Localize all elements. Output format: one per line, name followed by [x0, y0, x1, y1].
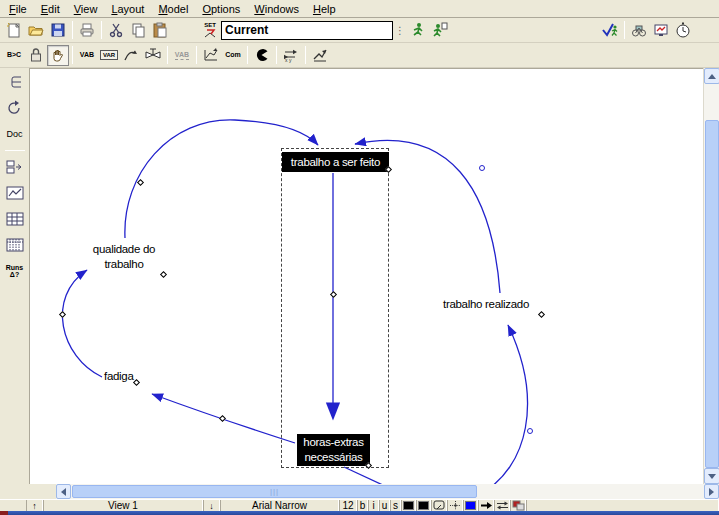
box-variable-icon: VAR	[100, 50, 118, 60]
model-settings-button[interactable]	[628, 20, 650, 41]
italic-button[interactable]: i	[368, 500, 379, 511]
move-size-tool[interactable]	[47, 45, 69, 66]
gears-icon	[631, 22, 647, 38]
node-work-done[interactable]: trabalho realizado	[443, 297, 529, 312]
node-overtime[interactable]: horas-extras necessárias	[297, 434, 370, 466]
font-name-button[interactable]: Arial Narrow	[220, 500, 339, 511]
node-work-to-do[interactable]: trabalho a ser feito	[282, 152, 389, 172]
node-overtime-label-line2: necessárias	[304, 450, 362, 465]
runs-compare-tool[interactable]: Runs Δ?	[3, 261, 27, 281]
menu-windows[interactable]: Windows	[247, 1, 306, 17]
delete-tool[interactable]	[251, 45, 273, 66]
sketch-canvas[interactable]: trabalho a ser feito horas-extras necess…	[30, 68, 703, 484]
toolbar-separator	[276, 46, 277, 64]
causes-strip-tool[interactable]	[3, 157, 27, 177]
edge-fatigue-to-quality[interactable]	[62, 270, 102, 377]
document-tool[interactable]: Doc	[3, 124, 27, 144]
runs-sub-label: Δ?	[10, 271, 19, 278]
text-color-swatch[interactable]	[401, 500, 416, 511]
menu-layout[interactable]: Layout	[104, 1, 151, 17]
check-model-button[interactable]	[599, 20, 621, 41]
run-setup-button[interactable]	[429, 20, 451, 41]
vscroll-thumb[interactable]	[705, 120, 719, 468]
comment-icon: Com	[225, 51, 241, 59]
vscroll-track[interactable]	[704, 84, 719, 120]
copy-button[interactable]	[127, 20, 149, 41]
menu-edit[interactable]: Edit	[34, 1, 67, 17]
font-size-button[interactable]: 12	[339, 500, 357, 511]
shape-button[interactable]	[431, 500, 447, 511]
bold-button[interactable]: b	[357, 500, 368, 511]
menu-view[interactable]: View	[67, 1, 105, 17]
running-man-icon	[410, 22, 426, 38]
menu-options[interactable]: Options	[195, 1, 247, 17]
hscroll-thumb[interactable]: |||	[72, 485, 477, 498]
arrow-color-swatch[interactable]	[463, 500, 478, 511]
edge-overtime-to-work-done-segment[interactable]	[344, 467, 400, 484]
edge-overtime-to-work-done[interactable]	[482, 325, 527, 484]
paste-icon	[152, 22, 168, 38]
node-fatigue[interactable]: fadiga	[104, 369, 134, 384]
box-color-swatch[interactable]	[416, 500, 431, 511]
edge-handle-circle[interactable]	[527, 428, 533, 434]
scroll-down-button[interactable]	[704, 468, 719, 484]
next-view-button[interactable]: ↓	[203, 500, 220, 511]
input-output-tool[interactable]	[200, 45, 222, 66]
causal-tracing-tool[interactable]: B>C	[3, 45, 25, 66]
hscroll-row: |||	[0, 484, 719, 499]
menu-file[interactable]: File	[2, 1, 34, 17]
node-fatigue-label: fadiga	[104, 370, 134, 382]
underline-button[interactable]: u	[379, 500, 390, 511]
position-button[interactable]	[447, 500, 463, 511]
shadow-variable-tool[interactable]: VAB	[171, 45, 193, 66]
down-arrow-icon: ↓	[209, 501, 214, 511]
toolbar-separator	[196, 46, 197, 64]
scroll-left-button[interactable]	[56, 484, 71, 499]
prev-view-button[interactable]: ↑	[26, 500, 43, 511]
table-time-tool[interactable]	[3, 235, 27, 255]
paste-button[interactable]	[149, 20, 171, 41]
run-simulation-button[interactable]	[407, 20, 429, 41]
toolbar-separator	[167, 46, 168, 64]
scroll-right-button[interactable]	[704, 484, 719, 499]
save-button[interactable]	[47, 20, 69, 41]
rate-tool[interactable]	[142, 45, 164, 66]
edge-handle-circle[interactable]	[479, 165, 485, 171]
new-file-button[interactable]	[3, 20, 25, 41]
view-name[interactable]: View 1	[43, 500, 203, 511]
vertical-scrollbar[interactable]	[703, 68, 719, 484]
set-runner-icon	[203, 28, 217, 39]
output-windows-button[interactable]	[650, 20, 672, 41]
causes-tree-tool[interactable]	[3, 72, 27, 92]
dataset-name-input[interactable]	[221, 21, 393, 40]
check-runner-icon	[601, 22, 619, 38]
equations-tool[interactable]: x y	[280, 45, 302, 66]
new-file-icon	[6, 22, 22, 38]
polarity-button[interactable]	[494, 500, 510, 511]
table-tool[interactable]	[3, 209, 27, 229]
menu-model[interactable]: Model	[151, 1, 195, 17]
horizontal-scrollbar[interactable]: |||	[56, 484, 719, 499]
arrow-width-button[interactable]	[478, 500, 494, 511]
time-axis-button[interactable]	[672, 20, 694, 41]
hide-levels-button[interactable]	[510, 500, 526, 511]
set-dataset-button[interactable]: SET	[199, 20, 221, 41]
cut-button[interactable]	[105, 20, 127, 41]
comment-tool[interactable]: Com	[222, 45, 244, 66]
exchange-arrows-icon	[496, 500, 509, 511]
node-quality[interactable]: qualidade do trabalho	[78, 242, 170, 272]
svg-text:x y: x y	[285, 57, 292, 63]
reference-mode-tool[interactable]	[309, 45, 331, 66]
box-variable-tool[interactable]: VAR	[98, 45, 120, 66]
pacman-icon	[254, 47, 270, 63]
arrow-tool[interactable]	[120, 45, 142, 66]
scroll-up-button[interactable]	[704, 68, 719, 84]
lock-tool[interactable]	[25, 45, 47, 66]
open-file-button[interactable]	[25, 20, 47, 41]
print-button[interactable]	[76, 20, 98, 41]
graph-tool[interactable]	[3, 183, 27, 203]
variable-tool[interactable]: VAB	[76, 45, 98, 66]
loops-tool[interactable]	[3, 98, 27, 118]
strike-button[interactable]: s	[390, 500, 401, 511]
menu-help[interactable]: Help	[306, 1, 343, 17]
